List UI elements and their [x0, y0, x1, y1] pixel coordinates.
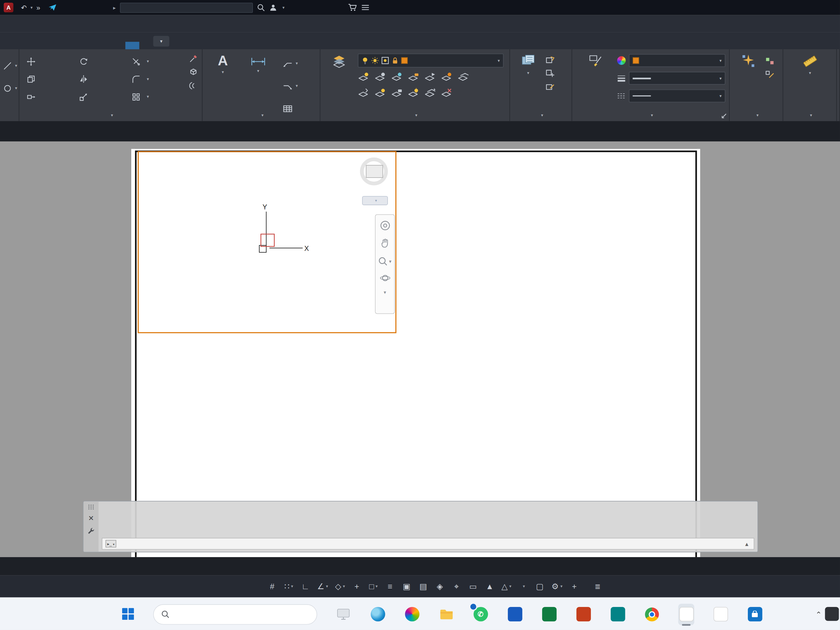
tab-parametric[interactable] [0, 42, 14, 49]
taskbar-app-publisher[interactable] [609, 603, 625, 625]
dynamic-ucs-toggle[interactable]: ⌖ [452, 582, 461, 591]
clean-screen-button[interactable]: + [570, 582, 579, 591]
viewport-scale-button[interactable]: ▾ [518, 584, 528, 589]
group-button[interactable] [736, 54, 761, 70]
share-button[interactable] [49, 5, 60, 11]
copy-button[interactable] [26, 70, 78, 88]
offset-icon[interactable] [189, 81, 197, 90]
redo-button[interactable]: » [36, 3, 40, 12]
erase-icon[interactable] [189, 55, 197, 63]
measure-button[interactable]: ▾ [796, 54, 824, 76]
panel-title-block[interactable]: ▾ [510, 109, 572, 121]
panel-title-groups[interactable]: ▾ [730, 109, 783, 121]
draw-tool-button-2[interactable]: ▾ [2, 79, 17, 97]
zoom-dropdown-icon[interactable]: ▾ [389, 259, 392, 264]
navigation-wheel-icon[interactable] [379, 220, 390, 231]
selection-cycling-toggle[interactable]: ▤ [418, 582, 428, 591]
ortho-toggle[interactable]: ∟ [300, 582, 310, 591]
taskbar-app-whatsapp[interactable]: ✆ [472, 603, 488, 625]
panel-title-annotation[interactable]: ▾ [202, 109, 320, 121]
layer-thaw-icon[interactable] [374, 88, 386, 98]
layer-copy-icon[interactable] [458, 72, 469, 81]
layer-combo-dropdown-icon[interactable]: ▾ [497, 58, 500, 63]
layer-delete-icon[interactable] [441, 88, 453, 98]
panel-title-layers[interactable]: ▾ [320, 109, 509, 121]
viewcube[interactable] [356, 153, 394, 192]
taskbar-app-edge[interactable] [369, 603, 385, 625]
taskbar-search-input[interactable] [174, 609, 309, 619]
command-close-button[interactable]: ✕ [88, 514, 94, 523]
taskbar-search[interactable] [153, 604, 317, 624]
fillet-dropdown-icon[interactable]: ▾ [147, 77, 149, 82]
layer-lock-tool-icon[interactable] [408, 72, 419, 81]
taskbar-app-3dsmax[interactable] [712, 603, 729, 625]
tab-featured-apps[interactable] [98, 42, 111, 49]
pan-hand-icon[interactable] [380, 238, 390, 249]
viewcube-top-face[interactable] [366, 165, 383, 178]
drawing-canvas[interactable]: Y X ▾ ▾ ▾ [0, 142, 840, 557]
draw-tool-button[interactable]: ▾ [2, 57, 17, 75]
color-combo-dropdown-icon[interactable]: ▾ [720, 58, 722, 63]
explode-icon[interactable] [189, 68, 197, 76]
layer-merge-icon[interactable] [425, 88, 436, 98]
leader-button[interactable]: ▾ [282, 55, 298, 72]
array-dropdown-icon[interactable]: ▾ [147, 94, 149, 99]
lineweight-combo[interactable]: ▾ [629, 72, 725, 85]
match-properties-button[interactable] [581, 54, 611, 69]
search-expand-icon[interactable]: ▸ [113, 5, 116, 11]
create-block-icon[interactable] [545, 56, 555, 64]
linetype-combo[interactable]: ▾ [629, 90, 725, 103]
command-grip-icon[interactable] [88, 504, 94, 509]
isodraft-toggle[interactable]: ◇▾ [335, 582, 345, 591]
block-editor-icon[interactable] [545, 82, 555, 91]
panel-title-utilities[interactable]: ▾ [783, 109, 836, 121]
units-display[interactable]: ≣ [595, 582, 606, 591]
move-button[interactable] [26, 52, 78, 70]
tab-output[interactable] [56, 42, 70, 49]
tab-manage[interactable] [42, 42, 56, 49]
taskbar-app-file-explorer[interactable] [438, 603, 454, 625]
layer-freeze-icon[interactable] [391, 72, 403, 81]
grid-toggle[interactable]: # [267, 582, 277, 591]
insert-button[interactable]: ▾ [515, 54, 541, 76]
scale-button[interactable] [78, 88, 131, 106]
taskbar-app-chrome[interactable] [644, 603, 660, 625]
properties-expander-icon[interactable] [722, 114, 726, 118]
tab-add-ins[interactable] [70, 42, 84, 49]
taskbar-app-desktop[interactable] [335, 603, 352, 625]
command-prompt-icon[interactable]: ▸_▾ [106, 540, 116, 548]
layer-current-icon[interactable] [441, 72, 453, 81]
dimension-button[interactable]: ▾ [241, 54, 276, 74]
annotation-autoscale-toggle[interactable]: △▾ [501, 582, 511, 591]
fillet-button[interactable]: ▾ [131, 70, 183, 88]
tab-layout[interactable] [125, 42, 139, 49]
search-icon[interactable] [257, 4, 265, 11]
array-button[interactable]: ▾ [131, 88, 183, 106]
tab-view[interactable] [28, 42, 42, 49]
taskbar-app-store[interactable] [747, 603, 763, 625]
cart-icon[interactable] [348, 4, 357, 11]
polar-toggle[interactable]: ∠▾ [317, 582, 328, 591]
command-input-row[interactable]: ▸_▾ ▲ [102, 538, 754, 549]
write-block-icon[interactable] [545, 69, 555, 77]
dynamic-input-toggle[interactable]: ▭ [468, 582, 478, 591]
help-search-box[interactable] [120, 2, 253, 13]
tray-app-icon[interactable] [825, 607, 839, 621]
layer-match-icon[interactable] [425, 72, 436, 81]
undo-dropdown-icon[interactable]: ▾ [31, 5, 33, 10]
taskbar-app-word[interactable] [507, 603, 523, 625]
rotate-button[interactable] [78, 52, 131, 70]
wcs-dropdown[interactable]: ▾ [362, 196, 388, 205]
ungroup-icon[interactable] [765, 57, 775, 65]
stretch-button[interactable] [26, 88, 78, 106]
mirror-button[interactable] [78, 70, 131, 88]
layer-on-all-icon[interactable] [408, 88, 419, 98]
layer-unlock-icon[interactable] [391, 88, 403, 98]
trim-button[interactable]: ▾ [131, 52, 183, 70]
command-customize-wrench-icon[interactable] [87, 527, 95, 535]
trim-dropdown-icon[interactable]: ▾ [147, 59, 149, 64]
ribbon-collapse-button[interactable]: ▾ [153, 36, 169, 47]
panel-title-properties[interactable]: ▾ [572, 109, 729, 121]
tab-collaborate[interactable] [84, 42, 98, 49]
layer-properties-button[interactable] [324, 54, 355, 69]
